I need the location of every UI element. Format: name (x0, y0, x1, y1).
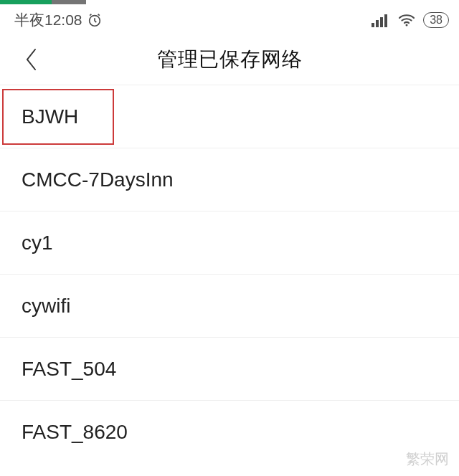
battery-badge: 38 (423, 12, 449, 28)
page-title: 管理已保存网络 (14, 46, 445, 73)
svg-rect-4 (384, 14, 387, 27)
nav-bar: 管理已保存网络 (0, 34, 459, 85)
network-ssid: FAST_504 (22, 358, 116, 381)
wifi-icon (397, 13, 416, 27)
status-time: 半夜12:08 (14, 10, 82, 30)
network-ssid: FAST_8620 (22, 421, 128, 444)
svg-rect-1 (372, 23, 374, 27)
svg-point-5 (406, 24, 408, 27)
network-ssid: cy1 (22, 232, 53, 254)
signal-icon (372, 13, 390, 27)
alarm-icon (87, 12, 103, 28)
network-item[interactable]: CMCC-7DaysInn (0, 148, 459, 211)
network-item[interactable]: FAST_504 (0, 338, 459, 401)
network-list: BJWH CMCC-7DaysInn cy1 cywifi FAST_504 F… (0, 85, 459, 464)
network-ssid: cywifi (22, 295, 70, 318)
network-item[interactable]: BJWH (3, 90, 113, 144)
watermark: 繁荣网 (406, 449, 449, 469)
status-bar: 半夜12:08 38 (0, 4, 459, 34)
network-item[interactable]: cy1 (0, 211, 459, 275)
back-button[interactable] (17, 45, 46, 74)
svg-rect-3 (380, 17, 383, 27)
network-item[interactable]: FAST_8620 (0, 401, 459, 464)
svg-rect-2 (376, 20, 379, 27)
network-ssid: BJWH (22, 105, 78, 128)
network-item[interactable]: cywifi (0, 275, 459, 338)
top-color-bar (0, 0, 459, 4)
network-ssid: CMCC-7DaysInn (22, 168, 174, 191)
